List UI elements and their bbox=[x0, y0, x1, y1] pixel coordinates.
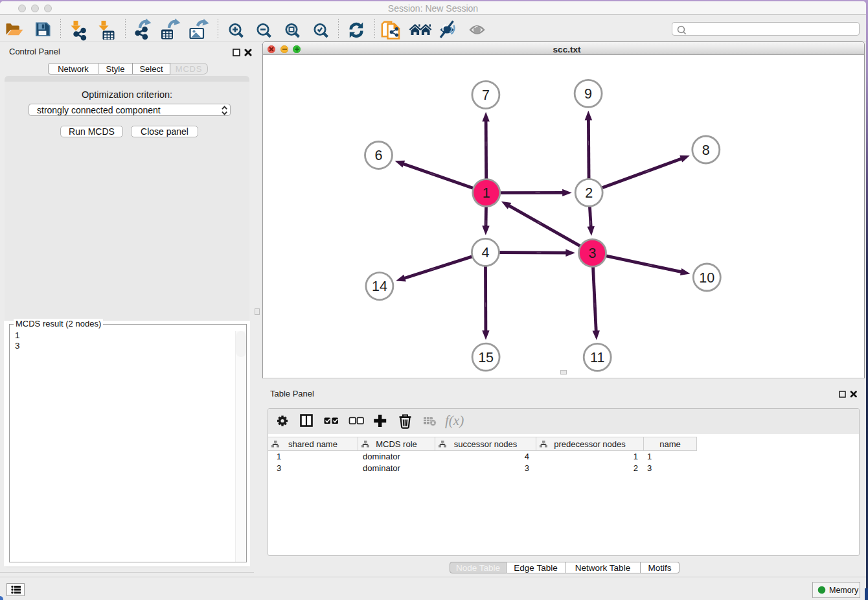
svg-text:4: 4 bbox=[481, 245, 489, 260]
svg-text:3: 3 bbox=[589, 246, 597, 261]
svg-text:14: 14 bbox=[372, 279, 387, 294]
svg-text:8: 8 bbox=[702, 143, 710, 158]
svg-text:11: 11 bbox=[590, 350, 604, 365]
svg-text:1: 1 bbox=[483, 185, 490, 201]
svg-text:9: 9 bbox=[584, 86, 592, 102]
svg-text:10: 10 bbox=[699, 270, 714, 286]
svg-text:6: 6 bbox=[375, 148, 383, 163]
svg-text:15: 15 bbox=[478, 350, 494, 365]
svg-text:2: 2 bbox=[585, 185, 593, 201]
svg-text:7: 7 bbox=[482, 87, 490, 103]
svg-text:f(x): f(x) bbox=[445, 413, 464, 428]
